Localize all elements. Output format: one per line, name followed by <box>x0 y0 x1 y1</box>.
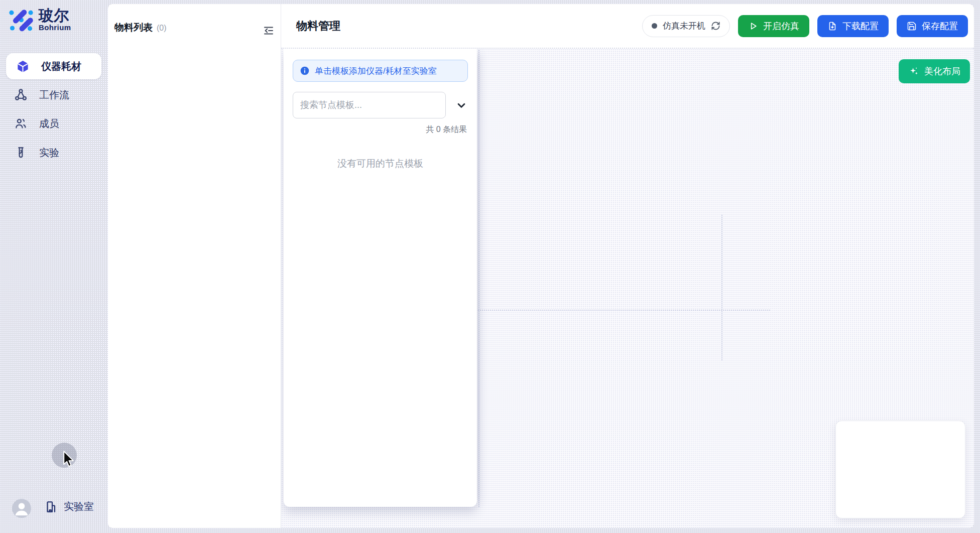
template-result-count: 共 0 条结果 <box>284 124 477 135</box>
brand-subtitle: Bohrium <box>39 23 71 32</box>
building-icon <box>44 500 58 513</box>
bohrium-logo-icon <box>7 7 33 33</box>
members-icon <box>14 117 28 130</box>
info-icon <box>300 66 310 76</box>
start-simulation-button[interactable]: 开启仿真 <box>738 15 809 37</box>
play-icon <box>748 21 758 31</box>
page-title: 物料管理 <box>296 19 340 34</box>
template-hint-text: 单击模板添加仪器/耗材至实验室 <box>315 65 437 77</box>
beautify-layout-label: 美化布局 <box>924 65 960 77</box>
sidebar-item-workflow[interactable]: 工作流 <box>4 83 101 106</box>
sidebar-item-label: 实验 <box>39 146 59 160</box>
template-search-row <box>293 92 468 118</box>
brand-logo: 玻尔 Bohrium <box>7 7 71 33</box>
beautify-layout-button[interactable]: 美化布局 <box>899 59 970 83</box>
flow-canvas[interactable]: 单击模板添加仪器/耗材至实验室 共 0 条结果 没有可用的节点模板 <box>281 49 974 528</box>
materials-list-title: 物料列表 <box>114 21 153 34</box>
template-hint-banner: 单击模板添加仪器/耗材至实验室 <box>293 60 468 82</box>
workflow-icon <box>14 88 28 102</box>
content-column: 物料管理 仿真未开机 开启仿真 <box>281 4 974 528</box>
refresh-icon[interactable] <box>711 21 720 31</box>
canvas-gridline-vertical <box>478 50 479 507</box>
node-template-panel: 单击模板添加仪器/耗材至实验室 共 0 条结果 没有可用的节点模板 <box>284 49 477 507</box>
sidebar-item-instruments[interactable]: 仪器耗材 <box>6 53 101 79</box>
materials-list-header: 物料列表 (0) <box>108 4 281 49</box>
download-config-button[interactable]: 下载配置 <box>817 15 889 37</box>
sidebar-item-experiments[interactable]: 实验 <box>4 141 101 164</box>
brand-name: 玻尔 <box>39 8 71 24</box>
start-simulation-label: 开启仿真 <box>763 20 799 32</box>
test-tube-icon <box>14 146 28 160</box>
chevron-down-icon[interactable] <box>455 99 468 112</box>
materials-list-count: (0) <box>157 24 167 33</box>
template-empty-text: 没有可用的节点模板 <box>284 157 477 170</box>
main-container: 物料列表 (0) 物料管理 仿真未开机 <box>108 4 974 528</box>
save-config-button[interactable]: 保存配置 <box>897 15 968 37</box>
status-label: 仿真未开机 <box>663 20 705 32</box>
page-header: 物料管理 仿真未开机 开启仿真 <box>281 4 974 49</box>
sidebar-item-label: 成员 <box>39 117 59 130</box>
simulation-status-pill[interactable]: 仿真未开机 <box>642 15 730 37</box>
mouse-cursor <box>62 451 77 469</box>
search-template-input[interactable] <box>293 92 446 118</box>
sidebar-footer: 实验室 <box>0 496 108 522</box>
minimap-panel[interactable] <box>835 421 965 518</box>
header-actions: 仿真未开机 开启仿真 <box>642 15 968 37</box>
sidebar-item-members[interactable]: 成员 <box>4 112 101 135</box>
file-download-icon <box>827 21 837 31</box>
canvas-gridline-horizontal <box>478 310 770 311</box>
user-avatar[interactable] <box>12 499 31 518</box>
sidebar-item-lab[interactable]: 实验室 <box>44 500 94 513</box>
sidebar-item-label: 工作流 <box>39 88 69 102</box>
user-icon <box>12 499 31 518</box>
sparkles-icon <box>908 66 919 77</box>
canvas-gridline-vertical <box>721 215 722 360</box>
app-root: { "brand": { "name": "玻尔", "subtitle": "… <box>0 0 980 533</box>
materials-list-panel: 物料列表 (0) <box>108 4 281 528</box>
sidebar: 玻尔 Bohrium 仪器耗材 工作流 成员 <box>0 0 108 533</box>
cube-icon <box>16 60 30 73</box>
download-config-label: 下载配置 <box>842 20 879 32</box>
lab-label: 实验室 <box>64 500 94 513</box>
save-icon <box>907 21 917 31</box>
sidebar-item-label: 仪器耗材 <box>41 60 81 73</box>
collapse-panel-icon[interactable] <box>263 25 275 37</box>
status-dot-icon <box>652 23 657 29</box>
save-config-label: 保存配置 <box>922 20 958 32</box>
